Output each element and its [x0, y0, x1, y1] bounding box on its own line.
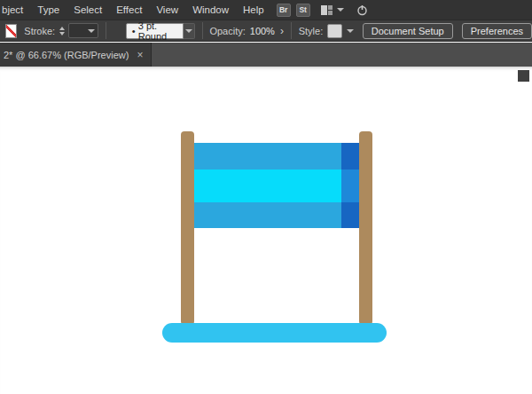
graphic-style-swatch[interactable] — [327, 24, 342, 38]
stepper-down-icon — [59, 32, 65, 35]
menu-help[interactable]: Help — [236, 0, 271, 20]
menu-view[interactable]: View — [149, 0, 185, 20]
opacity-label: Opacity: — [209, 26, 245, 36]
opacity-value[interactable]: 100% — [250, 26, 275, 36]
document-setup-button[interactable]: Document Setup — [363, 23, 453, 39]
brush-preview-icon: • — [132, 26, 136, 36]
control-bar: Stroke: • 3 pt. Round Opacity: 100% › St… — [0, 20, 532, 42]
scrollbar-corner[interactable] — [518, 70, 529, 82]
close-icon[interactable]: × — [137, 49, 143, 61]
menu-effect[interactable]: Effect — [109, 0, 149, 20]
banner-stripe-top[interactable] — [194, 143, 359, 169]
workspace-rect — [328, 11, 332, 15]
brush-dropdown-chevron[interactable] — [184, 23, 194, 39]
artwork-right-post[interactable] — [359, 131, 372, 325]
opacity-panel-chevron-icon[interactable]: › — [280, 25, 284, 37]
stroke-label: Stroke: — [24, 26, 55, 36]
document-tab-title: 2* @ 66.67% (RGB/Preview) — [4, 50, 129, 60]
stroke-weight-stepper[interactable] — [59, 27, 65, 35]
artwork-ground-base[interactable] — [162, 323, 387, 343]
menu-object[interactable]: bject — [0, 0, 30, 20]
separator — [106, 22, 106, 39]
banner-shadow-middle[interactable] — [341, 169, 359, 202]
workspace-rect — [328, 5, 332, 10]
bridge-icon[interactable]: Br — [277, 4, 291, 17]
chevron-down-icon[interactable] — [347, 29, 354, 33]
document-tab[interactable]: 2* @ 66.67% (RGB/Preview) × — [0, 43, 152, 67]
banner-stripe-bottom[interactable] — [194, 202, 359, 228]
menu-window[interactable]: Window — [185, 0, 236, 20]
banner-stripe-middle[interactable] — [194, 169, 359, 202]
brush-definition-dropdown[interactable]: • 3 pt. Round — [126, 23, 184, 39]
artboard-canvas[interactable] — [0, 67, 532, 394]
workspace-switcher-icon[interactable] — [321, 5, 332, 15]
chevron-down-icon — [88, 29, 95, 33]
separator — [202, 22, 203, 39]
workspace-rect — [321, 5, 327, 15]
stepper-up-icon — [59, 27, 65, 30]
menu-select[interactable]: Select — [66, 0, 109, 20]
banner-shadow-top[interactable] — [341, 143, 359, 169]
style-label: Style: — [299, 26, 324, 36]
fill-none-swatch-icon[interactable] — [5, 24, 17, 38]
stroke-weight-dropdown[interactable] — [68, 23, 98, 38]
preferences-button[interactable]: Preferences — [462, 23, 532, 39]
menu-bar: bject Type Select Effect View Window Hel… — [0, 0, 532, 20]
separator — [291, 22, 292, 39]
document-tab-bar: 2* @ 66.67% (RGB/Preview) × — [0, 43, 532, 67]
power-icon — [356, 4, 368, 16]
chevron-down-icon[interactable] — [337, 8, 344, 12]
stock-icon[interactable]: St — [296, 4, 310, 17]
menu-type[interactable]: Type — [30, 0, 66, 20]
brush-name: 3 pt. Round — [138, 20, 178, 42]
banner-shadow-bottom[interactable] — [341, 202, 359, 228]
chevron-down-icon — [185, 29, 192, 33]
gpu-performance-icon[interactable] — [356, 4, 368, 16]
artwork-banner[interactable] — [194, 143, 359, 228]
artwork-left-post[interactable] — [181, 131, 194, 325]
